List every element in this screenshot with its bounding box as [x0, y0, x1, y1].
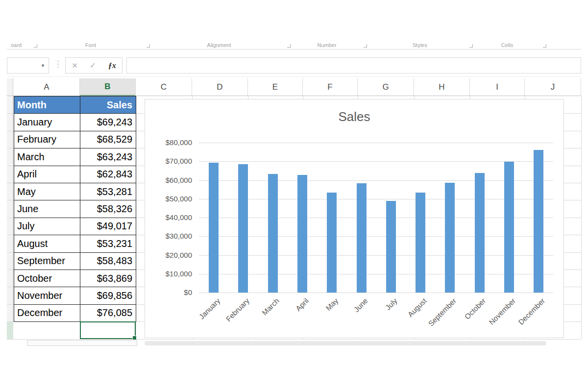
- cell-sales[interactable]: $49,017: [80, 218, 136, 235]
- chart-bar[interactable]: [534, 150, 543, 293]
- column-header-d[interactable]: D: [192, 78, 248, 96]
- sales-chart[interactable]: Sales $0$10,000$20,000$30,000$40,000$50,…: [145, 99, 564, 338]
- column-header-e[interactable]: E: [248, 78, 303, 96]
- cell-sales[interactable]: $58,483: [80, 253, 136, 270]
- table-row: October$63,869: [14, 270, 136, 287]
- cell-sales[interactable]: $53,281: [80, 183, 136, 200]
- y-axis-tick-label: $30,000: [145, 232, 192, 240]
- cell-sales[interactable]: $53,231: [80, 235, 136, 252]
- chart-bar[interactable]: [357, 183, 367, 293]
- table-header-month[interactable]: Month: [14, 97, 80, 114]
- cancel-icon[interactable]: ✕: [72, 61, 78, 70]
- chart-bar[interactable]: [297, 175, 307, 293]
- horizontal-scrollbar[interactable]: [145, 341, 546, 345]
- column-header-g[interactable]: G: [358, 78, 414, 96]
- chart-title: Sales: [145, 109, 564, 124]
- column-header-h[interactable]: H: [414, 78, 470, 96]
- table-row: September$58,483: [14, 253, 136, 270]
- y-axis-tick-label: $40,000: [145, 213, 192, 221]
- cell-month[interactable]: January: [14, 114, 80, 131]
- chart-bar[interactable]: [268, 174, 278, 293]
- cell-sales[interactable]: $69,856: [80, 287, 136, 304]
- chart-bar[interactable]: [445, 183, 455, 293]
- chevron-down-icon[interactable]: ▼: [41, 63, 45, 68]
- table-row: July$49,017: [14, 218, 136, 235]
- chart-bar[interactable]: [416, 193, 425, 293]
- cell-month[interactable]: August: [14, 235, 80, 252]
- cell-month[interactable]: November: [14, 287, 80, 304]
- cell-month[interactable]: May: [14, 183, 80, 200]
- chart-gridline: [199, 143, 553, 143]
- active-row-header[interactable]: [7, 321, 13, 339]
- chart-bar[interactable]: [209, 163, 219, 293]
- x-axis-category-label: February: [224, 296, 251, 323]
- data-table: MonthSalesJanuary$69,243February$68,529M…: [14, 96, 136, 322]
- column-header-c[interactable]: C: [136, 78, 192, 96]
- cell-sales[interactable]: $58,326: [80, 200, 136, 218]
- table-row: February$68,529: [14, 131, 136, 148]
- ribbon-group-label: Alignment: [207, 42, 231, 48]
- cell-sales[interactable]: $68,529: [80, 131, 136, 148]
- cell-month[interactable]: December: [14, 305, 80, 322]
- cell-sales[interactable]: $63,243: [80, 148, 136, 166]
- chart-gridline: [199, 218, 553, 218]
- x-axis-category-label: July: [384, 296, 399, 312]
- chart-bar[interactable]: [238, 164, 248, 293]
- dialog-launcher-icon[interactable]: [147, 44, 150, 48]
- cell-sales[interactable]: $76,085: [80, 305, 136, 322]
- table-row: April$62,843: [14, 166, 136, 183]
- cell-month[interactable]: June: [14, 200, 80, 218]
- insert-function-icon[interactable]: ƒx: [108, 61, 116, 70]
- dialog-launcher-icon[interactable]: [364, 44, 367, 48]
- cell-month[interactable]: September: [14, 253, 80, 270]
- cell-month[interactable]: July: [14, 218, 80, 235]
- column-header-j[interactable]: J: [525, 78, 581, 96]
- y-axis-tick-label: $10,000: [145, 270, 192, 278]
- cell-month[interactable]: October: [14, 270, 80, 287]
- dialog-launcher-icon[interactable]: [469, 44, 473, 48]
- x-axis-category-label: March: [260, 296, 280, 317]
- table-row: January$69,243: [14, 114, 136, 131]
- chart-bar[interactable]: [327, 193, 337, 293]
- name-box[interactable]: ▼: [7, 57, 49, 74]
- grid-row-line: [7, 339, 581, 340]
- cell-month[interactable]: April: [14, 166, 80, 183]
- drag-dots-icon: ⋮: [54, 59, 62, 69]
- column-header-i[interactable]: I: [470, 78, 525, 96]
- dialog-launcher-icon[interactable]: [34, 44, 37, 48]
- x-axis-category-label: December: [516, 296, 546, 326]
- chart-gridline: [199, 199, 553, 199]
- ribbon-group-label: oard: [11, 42, 22, 48]
- cell-sales[interactable]: $62,843: [80, 166, 136, 183]
- table-row: August$53,231: [14, 235, 136, 252]
- ribbon-bottom-border: [7, 49, 581, 49]
- chart-gridline: [199, 236, 553, 237]
- column-header-a[interactable]: A: [14, 78, 80, 96]
- x-axis-category-label: June: [352, 296, 369, 314]
- cell-sales[interactable]: $63,869: [80, 270, 136, 287]
- dialog-launcher-icon[interactable]: [543, 44, 546, 48]
- chart-bar[interactable]: [504, 162, 514, 293]
- grid-column-line: [581, 96, 582, 339]
- enter-icon[interactable]: ✓: [90, 61, 96, 70]
- x-axis-category-label: November: [487, 296, 517, 326]
- cell-month[interactable]: March: [14, 148, 80, 166]
- formula-bar-input[interactable]: [126, 57, 581, 74]
- y-axis-tick-label: $20,000: [145, 251, 192, 259]
- active-cell[interactable]: [80, 321, 136, 339]
- column-header-b[interactable]: B: [80, 78, 136, 96]
- cell-sales[interactable]: $69,243: [80, 114, 136, 131]
- table-row: May$53,281: [14, 183, 136, 200]
- ribbon-group-label: Number: [317, 42, 336, 48]
- column-header-f[interactable]: F: [303, 78, 358, 96]
- dialog-launcher-icon[interactable]: [287, 44, 291, 48]
- fill-handle[interactable]: [132, 336, 137, 340]
- table-header-sales[interactable]: Sales: [80, 97, 136, 114]
- chart-bar[interactable]: [475, 173, 485, 293]
- chart-bar[interactable]: [386, 201, 396, 293]
- table-header-row: MonthSales: [14, 97, 136, 114]
- cell-month[interactable]: February: [14, 131, 80, 148]
- x-axis-category-label: April: [294, 296, 310, 313]
- table-row: March$63,243: [14, 148, 136, 166]
- row-header-strip[interactable]: [7, 78, 13, 339]
